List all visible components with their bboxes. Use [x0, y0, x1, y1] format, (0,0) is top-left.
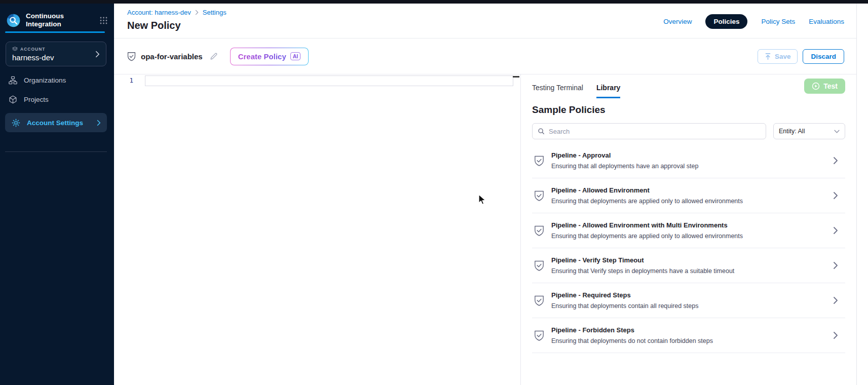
workspace: 1 Testing Terminal Library T — [114, 74, 856, 385]
brand-underline — [5, 31, 105, 33]
policy-description: Ensuring that deployments are applied on… — [551, 198, 826, 205]
tab-testing-terminal[interactable]: Testing Terminal — [532, 84, 583, 98]
right-gutter — [856, 4, 868, 385]
create-policy-ai-button[interactable]: Create Policy AI — [230, 48, 309, 65]
sidebar-item-label: Account Settings — [27, 119, 83, 127]
editor-overview-ruler-mark — [513, 76, 519, 78]
policy-toolbar: opa-for-variables Create Policy AI Save … — [114, 38, 856, 74]
policy-title: Pipeline - Allowed Environment with Mult… — [551, 221, 826, 229]
policy-description: Ensuring that all deployments have an ap… — [551, 163, 826, 170]
chevron-right-icon — [833, 261, 838, 270]
chevron-right-icon — [95, 51, 100, 60]
page-header: Account: harness-dev Settings New Policy… — [114, 4, 856, 38]
search-icon — [538, 128, 545, 135]
sample-policy-list: Pipeline - Approval Ensuring that all de… — [532, 143, 845, 353]
tab-evaluations[interactable]: Evaluations — [809, 18, 844, 25]
sidebar-item-projects[interactable]: Projects — [0, 90, 114, 109]
upload-icon — [765, 53, 771, 60]
shield-check-icon — [534, 295, 544, 306]
ai-badge: AI — [290, 52, 301, 60]
editor-current-line-highlight — [145, 75, 513, 86]
header-tabs: Overview Policies Policy Sets Evaluation… — [663, 14, 844, 29]
chevron-right-icon — [833, 157, 838, 165]
discard-button[interactable]: Discard — [803, 49, 844, 64]
shield-check-icon — [534, 260, 544, 272]
policy-name: opa-for-variables — [141, 52, 203, 61]
save-button[interactable]: Save — [758, 49, 798, 64]
product-title: Continuous Integration — [26, 12, 64, 28]
account-selector[interactable]: ACCOUNT harness-dev — [6, 42, 106, 66]
policy-description: Ensuring that deployments do not contain… — [551, 337, 826, 344]
sidebar-item-organizations[interactable]: Organizations — [0, 70, 114, 90]
save-label: Save — [775, 53, 791, 60]
sidebar-nav: Organizations Projects Account Settings — [0, 70, 114, 152]
create-policy-label: Create Policy — [238, 52, 286, 61]
policy-list-item[interactable]: Pipeline - Allowed Environment with Mult… — [532, 213, 845, 248]
policy-description: Ensuring that deployments contain all re… — [551, 302, 826, 310]
breadcrumb-settings-link[interactable]: Settings — [203, 9, 227, 16]
editor-line-number: 1 — [114, 76, 133, 84]
policy-description: Ensuring that deployments are applied on… — [551, 233, 826, 240]
cube-icon — [9, 95, 17, 104]
apps-grid-icon[interactable] — [100, 17, 107, 24]
chevron-right-icon — [833, 296, 838, 304]
sidebar-divider — [5, 151, 107, 152]
policy-description: Ensuring that Verify steps in deployment… — [551, 267, 826, 275]
window-top-strip — [0, 0, 868, 4]
chevron-down-icon — [834, 130, 840, 133]
library-panel: Testing Terminal Library Test Sample Pol… — [520, 74, 856, 385]
play-circle-icon — [812, 82, 820, 90]
policy-title: Pipeline - Verify Step Timeout — [551, 256, 826, 264]
policy-title: Pipeline - Approval — [551, 151, 826, 159]
chevron-right-icon — [833, 226, 838, 235]
tab-policies[interactable]: Policies — [705, 14, 747, 29]
entity-filter-dropdown[interactable]: Entity: All — [773, 123, 845, 139]
panel-tabs: Testing Terminal Library — [532, 79, 620, 98]
main-content: Account: harness-dev Settings New Policy… — [114, 4, 856, 385]
sidebar: Continuous Integration ACCOUNT harness-d… — [0, 4, 114, 385]
sidebar-item-label: Projects — [24, 96, 49, 103]
policy-title: Pipeline - Allowed Environment — [551, 186, 826, 194]
chevron-right-icon — [833, 191, 838, 200]
sidebar-item-label: Organizations — [24, 76, 66, 84]
gear-icon — [12, 119, 20, 127]
policy-title: Pipeline - Required Steps — [551, 291, 826, 299]
sidebar-item-account-settings[interactable]: Account Settings — [5, 113, 107, 132]
account-name: harness-dev — [12, 53, 100, 62]
account-label: ACCOUNT — [20, 47, 46, 52]
shield-check-icon — [127, 52, 136, 61]
policy-list-item[interactable]: Pipeline - Required Steps Ensuring that … — [532, 283, 845, 318]
test-label: Test — [823, 82, 838, 90]
test-button[interactable]: Test — [804, 79, 845, 94]
entity-filter-value: Entity: All — [779, 128, 805, 135]
policy-list-item[interactable]: Pipeline - Approval Ensuring that all de… — [532, 143, 845, 178]
shield-check-icon — [534, 225, 544, 237]
tab-policy-sets[interactable]: Policy Sets — [761, 18, 795, 25]
breadcrumb-separator-icon — [195, 10, 199, 15]
policy-code-editor[interactable]: 1 — [114, 74, 520, 385]
shield-check-icon — [534, 190, 544, 202]
account-stack-icon — [12, 46, 18, 52]
search-input[interactable] — [549, 128, 761, 135]
shield-check-icon — [534, 155, 544, 167]
search-box — [532, 123, 766, 139]
edit-name-pencil-icon[interactable] — [210, 52, 218, 60]
sample-policies-heading: Sample Policies — [532, 104, 845, 115]
shield-check-icon — [534, 330, 544, 341]
policy-title: Pipeline - Forbidden Steps — [551, 326, 826, 334]
chevron-right-icon — [833, 331, 838, 339]
policy-list-item[interactable]: Pipeline - Verify Step Timeout Ensuring … — [532, 248, 845, 283]
breadcrumb-account-link[interactable]: Account: harness-dev — [127, 9, 191, 16]
tab-library[interactable]: Library — [596, 84, 620, 98]
harness-ci-logo — [7, 14, 20, 27]
org-chart-icon — [9, 76, 17, 85]
policy-list-item[interactable]: Pipeline - Forbidden Steps Ensuring that… — [532, 318, 845, 353]
policy-list-item[interactable]: Pipeline - Allowed Environment Ensuring … — [532, 178, 845, 213]
tab-overview[interactable]: Overview — [663, 18, 692, 25]
chevron-right-icon — [97, 120, 101, 126]
